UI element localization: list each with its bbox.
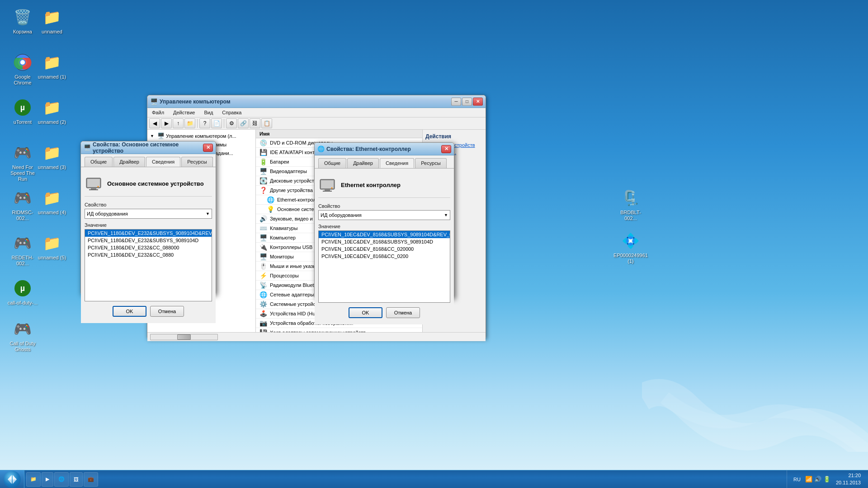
dialog2-cancel[interactable]: Отмена <box>386 307 420 318</box>
tb-properties[interactable]: 📋 <box>261 118 272 128</box>
utorrent-icon: µ <box>12 97 33 118</box>
desktop-icon-unnamed1[interactable]: 📁 unnamed <box>34 5 70 37</box>
desktop-icon-brdblt[interactable]: 🗜️ BRDBLT-002... <box>613 185 649 223</box>
dialog2-property-dropdown[interactable]: ИД оборудования ▼ <box>318 210 450 220</box>
menu-view[interactable]: Вид <box>202 109 215 116</box>
brdblt-label: BRDBLT-002... <box>614 210 647 221</box>
dialog2-close[interactable]: ✕ <box>441 145 451 153</box>
media-icon: ▶ <box>46 476 49 482</box>
taskbar-item-viewer[interactable]: 🖼 <box>70 472 83 487</box>
dialog1-value-3[interactable]: PCI\VEN_1180&DEV_E232&CC_0880 <box>85 251 212 258</box>
cod-icon: 🎮 <box>12 318 33 340</box>
taskbar-clock[interactable]: 21:20 20.11.2013 <box>832 472 864 486</box>
tray-lang[interactable]: RU <box>791 477 803 482</box>
tb-settings[interactable]: ⚙ <box>226 118 237 128</box>
ep-label: EP0000249961 (1) <box>613 253 648 264</box>
mgmt-titlebar[interactable]: 🖥️ Управление компьютером ─ □ ✕ <box>147 95 486 108</box>
tb-back[interactable]: ◀ <box>149 118 160 128</box>
folder-icon-4: 📁 <box>41 142 63 164</box>
dialog2-value-1[interactable]: PCI\VEN_10EC&DEV_8168&SUBSYS_9089104D <box>319 238 450 245</box>
taskbar-item-chrome[interactable]: 🌐 <box>54 472 69 487</box>
start-button[interactable] <box>0 470 24 488</box>
dialog1-value-2[interactable]: PCI\VEN_1180&DEV_E232&CC_088000 <box>85 244 212 251</box>
dialog2-value-listbox[interactable]: PCI\VEN_10EC&DEV_8168&SUBSYS_9089104D&RE… <box>318 230 450 303</box>
svg-rect-11 <box>89 189 98 190</box>
dialog1-value-0[interactable]: PCI\VEN_1180&DEV_E232&SUBSYS_9089104D&RE… <box>85 230 212 237</box>
tray-volume-icon: 🔊 <box>814 476 821 483</box>
tb-forward[interactable]: ▶ <box>161 118 172 128</box>
dialog2-ok[interactable]: OK <box>349 307 382 318</box>
desktop-icon-unnamed6[interactable]: 📁 unnamed (5) <box>34 230 70 263</box>
mgmt-close[interactable]: ✕ <box>473 98 483 106</box>
mgmt-maximize[interactable]: □ <box>462 98 472 106</box>
dialog2-tab-resources[interactable]: Ресурсы <box>415 158 446 168</box>
dialog1-device-icon <box>85 174 103 192</box>
dialog1-cancel[interactable]: Отмена <box>150 306 184 317</box>
unnamed3-label: unnamed (2) <box>38 119 66 125</box>
utorrent-label: uTorrent <box>14 119 32 125</box>
svg-point-3 <box>20 60 25 65</box>
dialog2-icon: 🌐 <box>317 145 325 152</box>
dialog2-tab-general[interactable]: Общие <box>318 158 346 168</box>
unnamed2-label: unnamed (1) <box>38 74 66 80</box>
taskbar: 📁 ▶ 🌐 🖼 💼 RU 📶 🔊 🔋 21:20 20.11.2013 <box>0 470 868 488</box>
dialog1-tab-driver[interactable]: Драйвер <box>113 157 145 167</box>
unnamed6-label: unnamed (5) <box>38 255 66 261</box>
dialog2-titlebar[interactable]: 🌐 Свойства: Ethernet-контроллер ✕ <box>315 143 454 155</box>
mgmt-statusbar <box>147 332 486 341</box>
dialog1-window: 🖥️ Свойства: Основное системное устройст… <box>80 141 216 295</box>
desktop-icon-callofdutygame[interactable]: 🎮 Call of Duty Ghosts <box>5 316 41 354</box>
unnamed4-label: unnamed (3) <box>38 164 66 170</box>
desktop-icon-unnamed2[interactable]: 📁 unnamed (1) <box>34 50 70 82</box>
mgmt-list-header: Имя <box>256 130 422 138</box>
dialog1-tab-resources[interactable]: Ресурсы <box>181 157 212 167</box>
tb-help[interactable]: ? <box>199 118 210 128</box>
tb-disconnect[interactable]: ⛓ <box>250 118 260 128</box>
svg-text:µ: µ <box>20 103 25 112</box>
start-orb[interactable] <box>4 471 21 488</box>
svg-rect-15 <box>325 189 330 191</box>
clock-time: 21:20 <box>836 472 861 479</box>
dialog1-ok[interactable]: OK <box>113 306 146 317</box>
taskbar-item-explorer[interactable]: 📁 <box>26 472 41 487</box>
tb-connect[interactable]: 🔗 <box>238 118 249 128</box>
dialog2-device-row: Ethernet контроллер <box>318 172 450 198</box>
mgmt-minimize[interactable]: ─ <box>451 98 461 106</box>
list-item-storage[interactable]: 💾 Хост-адаптеры запоминающих устройств <box>256 328 422 332</box>
desktop-icon-unnamed3[interactable]: 📁 unnamed (2) <box>34 95 70 127</box>
dialog2-device-name: Ethernet контроллер <box>341 182 401 188</box>
tb-up[interactable]: ↑ <box>173 118 184 128</box>
chrome-icon <box>12 52 33 73</box>
tb-export[interactable]: 📄 <box>211 118 222 128</box>
desktop-icon-ep0000[interactable]: 💠 EP0000249961 (1) <box>613 228 649 266</box>
desktop-icon-callofdutytorrent[interactable]: µ call-of-duty-... <box>5 276 41 308</box>
dialog1-value-1[interactable]: PCI\VEN_1180&DEV_E232&SUBSYS_9089104D <box>85 237 212 244</box>
dialog2-value-3[interactable]: PCI\VEN_10EC&DEV_8168&CC_0200 <box>319 253 450 260</box>
menu-file[interactable]: Файл <box>150 109 166 116</box>
dialog1-device-row: Основное системное устройство <box>85 171 212 197</box>
folder-icon-5: 📁 <box>41 187 63 209</box>
taskbar-item-media[interactable]: ▶ <box>42 472 53 487</box>
dialog1-tab-details[interactable]: Сведения <box>146 157 180 167</box>
dialog2-tab-details[interactable]: Сведения <box>380 158 414 168</box>
desktop-icon-unnamed5[interactable]: 📁 unnamed (4) <box>34 185 70 217</box>
dialog2-tab-driver[interactable]: Драйвер <box>347 158 379 168</box>
dialog1-close[interactable]: ✕ <box>203 144 213 152</box>
dialog2-title: Свойства: Ethernet-контроллер <box>326 146 441 152</box>
dialog2-btn-row: OK Отмена <box>318 303 450 321</box>
taskbar-item-misc[interactable]: 💼 <box>84 472 98 487</box>
menu-action[interactable]: Действие <box>171 109 197 116</box>
dialog1-value-listbox[interactable]: PCI\VEN_1180&DEV_E232&SUBSYS_9089104D&RE… <box>85 229 212 301</box>
mgmt-hscroll[interactable] <box>150 334 218 340</box>
dialog1-titlebar[interactable]: 🖥️ Свойства: Основное системное устройст… <box>81 141 216 154</box>
dialog1-tab-general[interactable]: Общие <box>85 157 113 167</box>
dialog2-value-0[interactable]: PCI\VEN_10EC&DEV_8168&SUBSYS_9089104D&RE… <box>319 231 450 238</box>
svg-rect-16 <box>323 191 332 192</box>
tb-folder[interactable]: 📁 <box>184 118 195 128</box>
folder-icon-1: 📁 <box>41 6 63 28</box>
menu-help[interactable]: Справка <box>220 109 243 116</box>
tree-root[interactable]: ▼ 🖥️ Управление компьютером (л... <box>149 131 254 140</box>
desktop-icon-unnamed4[interactable]: 📁 unnamed (3) <box>34 140 70 172</box>
dialog1-property-dropdown[interactable]: ИД оборудования ▼ <box>85 209 212 219</box>
dialog2-value-2[interactable]: PCI\VEN_10EC&DEV_8168&CC_020000 <box>319 245 450 253</box>
